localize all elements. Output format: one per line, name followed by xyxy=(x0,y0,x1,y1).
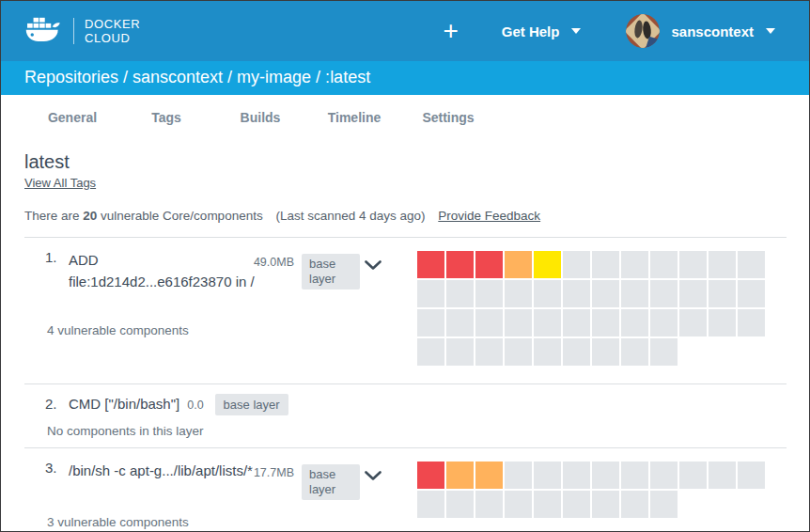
layer-row-2: 2. CMD ["/bin/bash"] 0.0 base layer No c… xyxy=(24,383,787,447)
vuln-cell-none xyxy=(709,462,736,489)
tab-general[interactable]: General xyxy=(25,110,119,125)
tab-bar: General Tags Builds Timeline Settings xyxy=(1,95,809,139)
vuln-cell-none xyxy=(650,280,678,307)
vuln-cell-none xyxy=(505,491,532,518)
vuln-cell-none xyxy=(621,309,648,336)
scan-summary: There are 20 vulnerable Core/components … xyxy=(24,209,787,223)
layer-header: 2. CMD ["/bin/bash"] 0.0 base layer xyxy=(45,394,288,415)
layer-size: 49.0MB xyxy=(238,256,294,269)
vuln-cell-none xyxy=(592,309,619,336)
vuln-cell-none xyxy=(709,280,736,307)
vuln-cell-none xyxy=(563,309,590,336)
vulnerability-grid xyxy=(417,251,767,368)
vuln-cell-none xyxy=(446,338,474,366)
summary-prefix: There are xyxy=(24,209,83,223)
vuln-cell-none xyxy=(505,338,532,366)
layer-row-3: 3. /bin/sh -c apt-g.../lib/apt/lists/* 1… xyxy=(24,447,787,532)
page-title: latest xyxy=(24,151,787,173)
docker-cloud-window: DOCKER CLOUD + Get Help xyxy=(0,0,810,532)
vuln-cell-none xyxy=(446,491,474,518)
vuln-cell-none xyxy=(650,251,678,278)
provide-feedback-link[interactable]: Provide Feedback xyxy=(438,209,540,223)
expand-chevron-down-icon[interactable] xyxy=(365,258,382,274)
vuln-cell-none xyxy=(417,338,444,366)
vuln-cell-critical xyxy=(417,251,444,278)
layer-number: 1. xyxy=(45,249,57,265)
base-layer-badge: base layer xyxy=(302,254,360,289)
vuln-cell-none xyxy=(592,338,619,366)
docker-cloud-logo[interactable]: DOCKER CLOUD xyxy=(24,13,140,49)
vuln-cell-none xyxy=(505,280,532,307)
vuln-cell-none xyxy=(592,280,619,307)
vuln-cell-none xyxy=(621,338,648,366)
vuln-cell-none xyxy=(738,309,765,336)
summary-suffix: vulnerable Core/components xyxy=(97,209,262,223)
layer-size: 0.0 xyxy=(187,399,203,412)
base-layer-badge: base layer xyxy=(302,464,360,500)
vuln-cell-none xyxy=(417,280,444,307)
brand-text: DOCKER CLOUD xyxy=(85,17,140,45)
vuln-cell-major xyxy=(475,462,503,489)
vuln-cell-none xyxy=(475,491,503,518)
vuln-cell-none xyxy=(738,462,765,489)
account-caret-down-icon[interactable] xyxy=(766,28,775,34)
avatar[interactable] xyxy=(626,14,660,48)
expand-chevron-down-icon[interactable] xyxy=(365,468,382,485)
get-help-menu[interactable]: Get Help xyxy=(502,23,560,39)
vuln-cell-none xyxy=(475,309,503,336)
layer-number: 3. xyxy=(45,460,57,476)
last-scanned-text: (Last scanned 4 days ago) xyxy=(275,209,425,223)
layer-note: No components in this layer xyxy=(47,424,204,438)
tab-settings[interactable]: Settings xyxy=(401,110,495,125)
view-all-tags-link[interactable]: View All Tags xyxy=(24,176,96,190)
layer-note: 3 vulnerable components xyxy=(47,515,189,529)
vuln-cell-none xyxy=(738,251,765,278)
layer-number: 2. xyxy=(45,396,69,412)
layer-note: 4 vulnerable components xyxy=(47,323,189,337)
vuln-cell-critical xyxy=(446,251,474,278)
tab-builds[interactable]: Builds xyxy=(213,110,307,125)
vuln-cell-none xyxy=(446,280,474,307)
get-help-caret-down-icon[interactable] xyxy=(571,28,581,34)
vuln-cell-none xyxy=(709,251,736,278)
vuln-cell-none xyxy=(679,309,707,336)
vuln-cell-none xyxy=(563,462,590,489)
vuln-cell-none xyxy=(621,491,648,518)
vuln-cell-none xyxy=(650,338,678,366)
add-icon[interactable]: + xyxy=(443,18,458,44)
vuln-cell-none xyxy=(563,338,590,366)
vuln-cell-none xyxy=(534,462,561,489)
top-bar-actions: + Get Help sanscontext xyxy=(443,14,775,48)
tab-tags[interactable]: Tags xyxy=(119,110,213,125)
vuln-cell-major xyxy=(505,251,532,278)
layer-command: ADD file:1d214d2...e616f23870 in / xyxy=(69,249,261,292)
breadcrumb[interactable]: Repositories / sanscontext / my-image / … xyxy=(1,61,809,95)
vuln-cell-none xyxy=(738,280,765,307)
vulnerable-count: 20 xyxy=(83,209,97,223)
vuln-cell-critical xyxy=(475,251,503,278)
vuln-cell-none xyxy=(417,309,444,336)
vuln-cell-none xyxy=(679,251,707,278)
vuln-cell-none xyxy=(709,309,736,336)
vuln-cell-none xyxy=(563,491,590,518)
tab-timeline[interactable]: Timeline xyxy=(307,110,401,125)
docker-whale-icon xyxy=(24,13,62,49)
vuln-cell-none xyxy=(417,491,444,518)
vuln-cell-none xyxy=(534,280,561,307)
vuln-cell-none xyxy=(679,280,707,307)
vuln-cell-minor xyxy=(534,251,561,278)
vuln-cell-none xyxy=(592,491,619,518)
vuln-cell-none xyxy=(563,280,590,307)
vuln-cell-none xyxy=(563,251,590,278)
top-bar: DOCKER CLOUD + Get Help xyxy=(1,1,809,61)
vuln-cell-none xyxy=(650,462,678,489)
vuln-cell-none xyxy=(650,309,678,336)
vuln-cell-none xyxy=(534,491,561,518)
vuln-cell-none xyxy=(592,462,619,489)
layer-command: /bin/sh -c apt-g.../lib/apt/lists/* xyxy=(69,460,261,481)
username-menu[interactable]: sanscontext xyxy=(671,23,754,39)
vuln-cell-none xyxy=(534,338,561,366)
vuln-cell-none xyxy=(505,309,532,336)
vuln-cell-none xyxy=(650,491,678,518)
vuln-cell-none xyxy=(446,309,474,336)
